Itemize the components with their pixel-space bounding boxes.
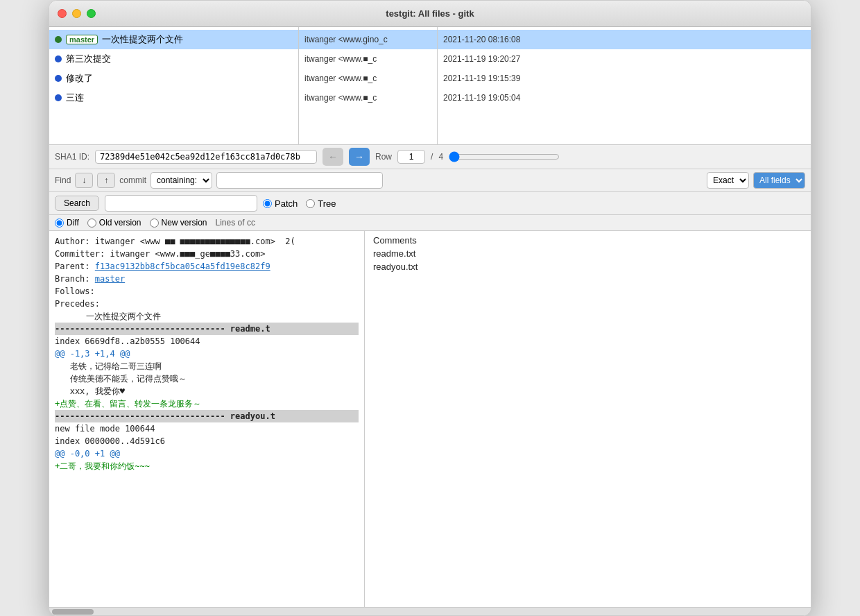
date-item[interactable]: 2021-11-20 08:16:08 bbox=[438, 30, 811, 49]
diff-label: Diff bbox=[67, 218, 79, 228]
diff-line: 一次性提交两个文件 bbox=[66, 310, 359, 323]
patch-tree-area: Patch Tree bbox=[263, 198, 336, 209]
find-label: Find bbox=[55, 176, 71, 185]
sha1-label: SHA1 ID: bbox=[55, 152, 89, 162]
patch-label: Patch bbox=[275, 198, 298, 209]
diff-line: +二哥，我要和你约饭~~~ bbox=[55, 460, 359, 472]
find-bar: Find ↓ ↑ commit containing: Exact All fi… bbox=[49, 169, 811, 192]
patch-radio-label[interactable]: Patch bbox=[263, 198, 298, 209]
file-list-item[interactable]: readyou.txt bbox=[370, 260, 805, 273]
commit-dot bbox=[55, 36, 62, 43]
scrollbar-thumb[interactable] bbox=[52, 609, 94, 615]
commit-dot bbox=[55, 94, 62, 101]
row-label: Row bbox=[375, 152, 392, 162]
commit-graph-col: master一次性提交两个文件第三次提交修改了三连 bbox=[49, 27, 299, 144]
tree-radio-label[interactable]: Tree bbox=[306, 198, 336, 209]
date-item[interactable]: 2021-11-19 19:20:27 bbox=[438, 49, 811, 69]
sha1-bar: SHA1 ID: ← → Row / 4 bbox=[49, 145, 811, 169]
diff-line: 老铁，记得给二哥三连啊 bbox=[55, 360, 359, 373]
author-item[interactable]: itwanger <www.gino_c bbox=[299, 30, 437, 49]
tree-label: Tree bbox=[318, 198, 336, 209]
diff-line: @@ -0,0 +1 @@ bbox=[55, 447, 359, 460]
prev-btn[interactable]: ← bbox=[322, 148, 343, 166]
minimize-button[interactable] bbox=[72, 9, 81, 18]
find-exact-select[interactable]: Exact bbox=[707, 172, 749, 189]
file-list-pane: Commentsreadme.txtreadyou.txt bbox=[365, 231, 811, 607]
commit-item[interactable]: 修改了 bbox=[49, 69, 298, 88]
new-version-radio[interactable] bbox=[150, 219, 159, 228]
lines-label: Lines of cc bbox=[216, 218, 255, 228]
find-up-btn[interactable]: ↑ bbox=[97, 173, 115, 188]
diff-line: Committer: itwanger <www.■■■_ge■■■■33.co… bbox=[55, 248, 359, 260]
search-bar: Search Patch Tree bbox=[49, 192, 811, 215]
patch-radio[interactable] bbox=[263, 199, 272, 208]
author-item[interactable]: itwanger <www.■_c bbox=[299, 88, 437, 108]
diff-line: @@ -1,3 +1,4 @@ bbox=[55, 348, 359, 360]
find-text-input[interactable] bbox=[216, 172, 383, 189]
row-input[interactable] bbox=[397, 150, 425, 164]
parent-link[interactable]: f13ac9132bb8cf5bca05c4a5fd19e8c82f9 bbox=[95, 262, 270, 271]
row-slider[interactable] bbox=[449, 151, 560, 162]
branch-link[interactable]: master bbox=[95, 274, 125, 284]
row-total: 4 bbox=[438, 152, 443, 162]
diff-line: +点赞、在看、留言、转发一条龙服务～ bbox=[55, 397, 359, 410]
window-title: testgit: All files - gitk bbox=[386, 8, 474, 19]
commit-item[interactable]: 三连 bbox=[49, 88, 298, 108]
date-item[interactable]: 2021-11-19 19:05:04 bbox=[438, 88, 811, 108]
branch-tag: master bbox=[66, 35, 98, 44]
right-pane: Commentsreadme.txtreadyou.txt bbox=[365, 231, 811, 607]
commit-label: commit bbox=[119, 176, 146, 185]
file-list-item[interactable]: readme.txt bbox=[370, 247, 805, 260]
diff-line: new file mode 100644 bbox=[55, 422, 359, 435]
titlebar: testgit: All files - gitk bbox=[49, 1, 811, 27]
diff-radio-label[interactable]: Diff bbox=[55, 218, 79, 228]
find-fields-select[interactable]: All fields bbox=[753, 172, 805, 189]
old-version-label: Old version bbox=[99, 218, 141, 228]
main-content: master一次性提交两个文件第三次提交修改了三连 itwanger <www.… bbox=[49, 27, 811, 615]
diff-line: Follows: bbox=[55, 285, 359, 298]
author-item[interactable]: itwanger <www.■_c bbox=[299, 49, 437, 69]
commit-message: 三连 bbox=[66, 92, 84, 104]
diff-scrollbar[interactable] bbox=[49, 607, 811, 615]
date-item[interactable]: 2021-11-19 19:15:39 bbox=[438, 69, 811, 88]
commit-message: 一次性提交两个文件 bbox=[102, 33, 183, 46]
diff-line: Branch: master bbox=[55, 273, 359, 285]
commit-item[interactable]: master一次性提交两个文件 bbox=[49, 30, 298, 49]
find-type-select[interactable]: containing: bbox=[150, 172, 212, 189]
commit-item[interactable]: 第三次提交 bbox=[49, 49, 298, 69]
commit-dot bbox=[55, 75, 62, 82]
diff-line: ---------------------------------- ready… bbox=[55, 410, 359, 422]
new-version-label: New version bbox=[162, 218, 207, 228]
diff-line: Parent: f13ac9132bb8cf5bca05c4a5fd19e8c8… bbox=[55, 260, 359, 273]
app-window: testgit: All files - gitk master一次性提交两个文… bbox=[49, 0, 811, 616]
file-list-item[interactable]: Comments bbox=[370, 234, 805, 247]
commit-date-col: 2021-11-20 08:16:082021-11-19 19:20:2720… bbox=[438, 27, 811, 144]
search-button[interactable]: Search bbox=[55, 196, 99, 211]
diff-line: ---------------------------------- readm… bbox=[55, 323, 359, 335]
find-down-btn[interactable]: ↓ bbox=[75, 173, 93, 188]
diff-radio[interactable] bbox=[55, 219, 64, 228]
new-version-radio-label[interactable]: New version bbox=[150, 218, 207, 228]
next-btn[interactable]: → bbox=[349, 148, 370, 166]
row-slash: / bbox=[431, 152, 433, 162]
diff-line: Precedes: bbox=[55, 298, 359, 310]
commit-message: 修改了 bbox=[66, 72, 93, 85]
sha1-input[interactable] bbox=[95, 150, 317, 164]
diff-line: Author: itwanger <www ■■ ■■■■■■■■■■■■■■.… bbox=[55, 235, 359, 248]
maximize-button[interactable] bbox=[87, 9, 96, 18]
diff-line: index 6669df8..a2b0555 100644 bbox=[55, 335, 359, 348]
tree-radio[interactable] bbox=[306, 199, 315, 208]
author-item[interactable]: itwanger <www.■_c bbox=[299, 69, 437, 88]
commit-message: 第三次提交 bbox=[66, 53, 111, 65]
old-version-radio[interactable] bbox=[87, 219, 96, 228]
search-input[interactable] bbox=[105, 195, 257, 212]
commit-author-col: itwanger <www.gino_citwanger <www.■_citw… bbox=[299, 27, 438, 144]
diff-pane[interactable]: Author: itwanger <www ■■ ■■■■■■■■■■■■■■.… bbox=[49, 231, 365, 607]
diff-options-bar: Diff Old version New version Lines of cc bbox=[49, 215, 811, 231]
traffic-lights bbox=[58, 9, 96, 18]
diff-line: xxx, 我爱你♥ bbox=[55, 385, 359, 397]
old-version-radio-label[interactable]: Old version bbox=[87, 218, 141, 228]
close-button[interactable] bbox=[58, 9, 67, 18]
bottom-split: Author: itwanger <www ■■ ■■■■■■■■■■■■■■.… bbox=[49, 231, 811, 607]
commit-list-area: master一次性提交两个文件第三次提交修改了三连 itwanger <www.… bbox=[49, 27, 811, 145]
